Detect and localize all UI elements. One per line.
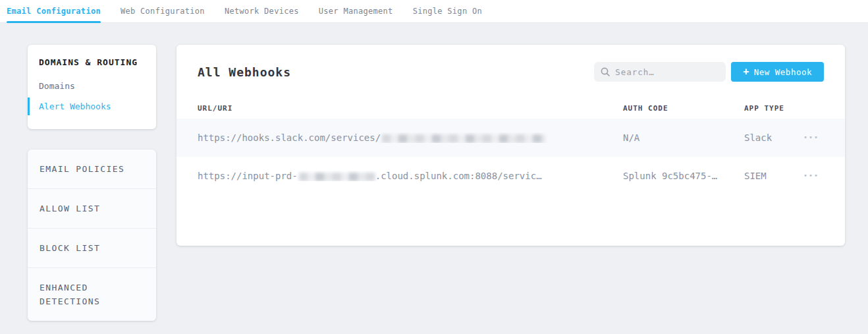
- column-header-app-type: APP TYPE: [744, 104, 803, 113]
- header-actions: + New Webhook: [594, 62, 824, 82]
- sidebar-item-email-policies[interactable]: EMAIL POLICIES: [28, 150, 156, 188]
- webhook-auth-code: N/A: [623, 132, 744, 143]
- row-menu-icon[interactable]: •••: [803, 170, 819, 182]
- webhooks-table: URL/URI AUTH CODE APP TYPE https://hooks…: [176, 97, 845, 195]
- table-header-row: URL/URI AUTH CODE APP TYPE: [176, 97, 845, 119]
- sidebar-sections-card: EMAIL POLICIES ALLOW LIST BLOCK LIST ENH…: [28, 150, 156, 321]
- panel-header: All Webhooks + New Webhook: [176, 45, 845, 82]
- webhooks-panel: All Webhooks + New Webhook URL/URI A: [176, 45, 845, 246]
- webhook-app-type: SIEM: [744, 171, 803, 181]
- search-icon: [601, 67, 610, 76]
- new-webhook-button[interactable]: + New Webhook: [731, 62, 824, 82]
- sidebar-item-alert-webhooks[interactable]: Alert Webhooks: [28, 97, 156, 115]
- tab-network-devices[interactable]: Network Devices: [225, 0, 299, 22]
- row-menu-icon[interactable]: •••: [803, 132, 819, 144]
- webhook-app-type: Slack: [744, 132, 803, 143]
- page: Email Configuration Web Configuration Ne…: [0, 0, 868, 334]
- tab-email-configuration[interactable]: Email Configuration: [7, 0, 101, 22]
- webhook-auth-code: Splunk 9c5bc475-…: [623, 171, 744, 181]
- column-header-auth-code: AUTH CODE: [623, 104, 744, 113]
- page-title: All Webhooks: [198, 65, 291, 79]
- search-box[interactable]: [594, 62, 726, 82]
- column-header-url: URL/URI: [198, 104, 623, 113]
- table-row: https://hooks.slack.com/services/ N/A Sl…: [176, 119, 845, 157]
- webhook-url: https://hooks.slack.com/services/: [198, 132, 623, 143]
- tab-web-configuration[interactable]: Web Configuration: [121, 0, 205, 22]
- table-row: https://input-prd-.cloud.splunk.com:8088…: [176, 157, 845, 195]
- domains-routing-card: DOMAINS & ROUTING Domains Alert Webhooks: [28, 45, 156, 129]
- search-input[interactable]: [615, 67, 719, 77]
- sidebar-item-domains[interactable]: Domains: [28, 77, 156, 95]
- sidebar-item-allow-list[interactable]: ALLOW LIST: [28, 188, 156, 228]
- domains-routing-header: DOMAINS & ROUTING: [28, 57, 156, 67]
- redacted-text: [299, 173, 375, 181]
- redacted-text: [382, 134, 545, 143]
- tab-single-sign-on[interactable]: Single Sign On: [413, 0, 482, 22]
- sidebar-item-enhanced-detections[interactable]: ENHANCED DETECTIONS: [28, 267, 156, 321]
- new-webhook-button-label: New Webhook: [754, 67, 812, 77]
- sidebar-item-block-list[interactable]: BLOCK LIST: [28, 228, 156, 267]
- plus-icon: +: [743, 67, 749, 77]
- top-tab-bar: Email Configuration Web Configuration Ne…: [0, 0, 868, 23]
- webhook-url: https://input-prd-.cloud.splunk.com:8088…: [198, 171, 623, 181]
- tab-user-management[interactable]: User Management: [319, 0, 393, 22]
